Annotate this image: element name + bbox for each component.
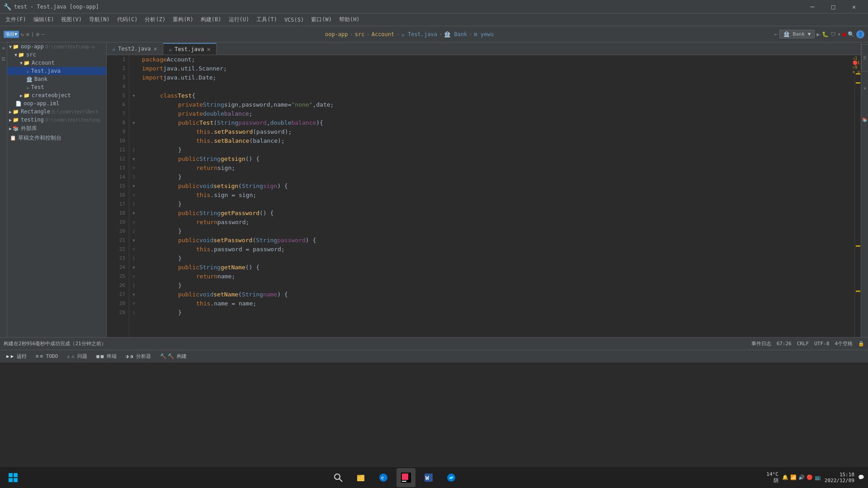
breadcrumb-yewu[interactable]: m yewu	[474, 31, 494, 38]
tab-test2[interactable]: ☕ Test2.java ×	[107, 43, 163, 55]
gutter-fold[interactable]: ▼	[129, 209, 138, 218]
maximize-button[interactable]: □	[823, 0, 844, 14]
profile-dropdown-icon[interactable]: ▾	[838, 31, 841, 38]
tree-item-bank[interactable]: 🏦 Bank	[7, 75, 106, 83]
search-icon[interactable]: 🔍	[848, 31, 854, 38]
search-app[interactable]	[329, 468, 348, 487]
start-button[interactable]	[4, 468, 23, 487]
breadcrumb-oop-app[interactable]: oop-app	[325, 31, 348, 38]
editor-content[interactable]: 1 2 3 4 5 6 7 8 9 10 11 12 13 14 15 16 1…	[107, 55, 861, 337]
indent[interactable]: 4个空格	[835, 340, 853, 347]
settings-icon[interactable]: ⚙	[36, 31, 39, 38]
gutter-fold[interactable]: ▼	[129, 236, 138, 245]
tree-item-oop-app[interactable]: ▼ 📁 oop-app D:\code\test\oop-a	[7, 42, 106, 51]
run-button[interactable]: ▶ ▶ 运行	[4, 352, 29, 361]
tree-item-rectangle[interactable]: ▶ 📁 Rectangle D:\code\test\Rect	[7, 108, 106, 116]
gutter-fold[interactable]: }	[129, 145, 138, 155]
run-icon[interactable]: ▶	[816, 31, 820, 38]
gutter-fold[interactable]: ▽	[129, 218, 138, 227]
gutter-fold[interactable]: }	[129, 200, 138, 209]
run-config-button[interactable]: 🏦 Bank ▼	[779, 30, 815, 38]
menu-file[interactable]: 文件(F)	[2, 14, 30, 25]
problems-button[interactable]: ⚠ ⚠ 问题	[64, 352, 90, 361]
encoding[interactable]: UTF-8	[814, 341, 829, 347]
edge-app[interactable]: e	[374, 468, 393, 487]
tree-item-test[interactable]: ☕ Test	[7, 83, 106, 91]
menu-navigate[interactable]: 导航(N)	[85, 14, 113, 25]
breadcrumb-src[interactable]: src	[355, 31, 365, 38]
edge-app-2[interactable]	[442, 468, 461, 487]
menu-vcs[interactable]: VCS(S)	[281, 15, 307, 25]
expand-icon[interactable]: ⟩	[31, 31, 34, 38]
tree-item-account[interactable]: ▼ 📁 Account	[7, 59, 106, 67]
files-app[interactable]	[351, 468, 370, 487]
tree-item-scratch[interactable]: 📋 草稿文件和控制台	[7, 133, 106, 143]
gutter-fold[interactable]: }	[129, 227, 138, 236]
gutter-fold[interactable]: ▼	[129, 290, 138, 299]
gutter-fold[interactable]: ▽	[129, 191, 138, 200]
coverage-icon[interactable]: 🛡	[830, 31, 836, 38]
idea-app[interactable]	[396, 468, 415, 487]
word-app[interactable]: W	[419, 468, 438, 487]
tree-item-src[interactable]: ▼ 📁 src	[7, 51, 106, 59]
sync-icon[interactable]: ↻	[21, 31, 24, 38]
menu-help[interactable]: 帮助(H)	[335, 14, 363, 25]
close-panel-icon[interactable]: —	[41, 31, 44, 38]
minimize-button[interactable]: ─	[802, 0, 823, 14]
back-icon[interactable]: ←	[774, 31, 778, 38]
gutter-fold[interactable]: }	[129, 281, 138, 290]
menu-tools[interactable]: 工具(T)	[253, 14, 281, 25]
build-status[interactable]: 构建在2秒956毫秒中成功完成（21分钟之前）	[4, 340, 106, 347]
collapse-icon[interactable]: ≡	[26, 31, 29, 38]
right-panel-btn-2[interactable]: ≡	[861, 75, 868, 102]
gutter-fold[interactable]: ▽	[129, 272, 138, 281]
close-button[interactable]: ✕	[844, 0, 864, 14]
event-log[interactable]: 事件日志	[751, 340, 771, 347]
breadcrumb-testjava[interactable]: ☕ Test.java	[401, 31, 437, 38]
gutter-fold[interactable]: ▼	[129, 118, 138, 127]
panel-icon-2[interactable]: ☰	[0, 55, 7, 62]
tree-item-createobject[interactable]: ▶ 📁 createobject	[7, 91, 106, 99]
tree-item-testing[interactable]: ▶ 📁 testing D:\code\test\testing	[7, 116, 106, 124]
profiler-button[interactable]: ◑ ◑ 分析器	[123, 352, 154, 361]
tab-close-test[interactable]: ×	[207, 46, 210, 53]
breadcrumb-account[interactable]: Account	[372, 31, 395, 38]
gutter-fold[interactable]: }	[129, 308, 138, 317]
tab-test[interactable]: ☕ Test.java ×	[163, 43, 217, 55]
user-icon[interactable]: 👤	[856, 30, 864, 38]
gutter-fold[interactable]: ▼	[129, 91, 138, 100]
terminal-button[interactable]: ■ ■ 终端	[94, 352, 119, 361]
menu-analyze[interactable]: 分析(Z)	[141, 14, 169, 25]
menu-edit[interactable]: 编辑(E)	[30, 14, 58, 25]
menu-refactor[interactable]: 重构(R)	[169, 14, 197, 25]
notification-icon[interactable]: 💬	[858, 474, 864, 480]
clock[interactable]: 15:18 2022/12/09	[825, 472, 854, 483]
gutter-fold[interactable]: ▼	[129, 155, 138, 164]
menu-view[interactable]: 视图(V)	[57, 14, 85, 25]
gutter-fold[interactable]: ▼	[129, 182, 138, 191]
cursor-position[interactable]: 67:26	[777, 341, 792, 347]
right-panel-btn-3[interactable]: 📚	[861, 106, 868, 133]
tree-item-testjava[interactable]: ☕ Test.java	[7, 67, 106, 75]
gutter-fold[interactable]: }	[129, 173, 138, 182]
menu-code[interactable]: 代码(C)	[113, 14, 142, 25]
todo-button[interactable]: ≡ ≡ TODO	[33, 352, 61, 360]
build-button[interactable]: 🔨 🔨 构建	[157, 352, 190, 361]
gutter-fold[interactable]: ▽	[129, 245, 138, 254]
tree-item-external[interactable]: ▶ 📚 外部库	[7, 124, 106, 133]
gutter-fold[interactable]: }	[129, 254, 138, 263]
right-panel-btn[interactable]: ☰	[861, 44, 868, 71]
menu-run[interactable]: 运行(U)	[225, 14, 253, 25]
menu-build[interactable]: 构建(B)	[197, 14, 225, 25]
code-area[interactable]: package Account; import java.util.Scanne…	[138, 55, 854, 337]
menu-window[interactable]: 窗口(W)	[307, 14, 335, 25]
panel-icon-1[interactable]: ≡	[0, 44, 7, 52]
stop-icon[interactable]: ■	[843, 31, 846, 38]
tab-close-test2[interactable]: ×	[153, 45, 157, 52]
tree-item-iml[interactable]: 📄 oop-app.iml	[7, 99, 106, 108]
debug-icon[interactable]: 🐛	[822, 31, 829, 38]
gutter-fold[interactable]: ▽	[129, 299, 138, 308]
breadcrumb-bank[interactable]: 🏦 Bank	[444, 31, 467, 38]
line-ending[interactable]: CRLF	[797, 341, 809, 347]
gutter-fold[interactable]: ▼	[129, 263, 138, 272]
